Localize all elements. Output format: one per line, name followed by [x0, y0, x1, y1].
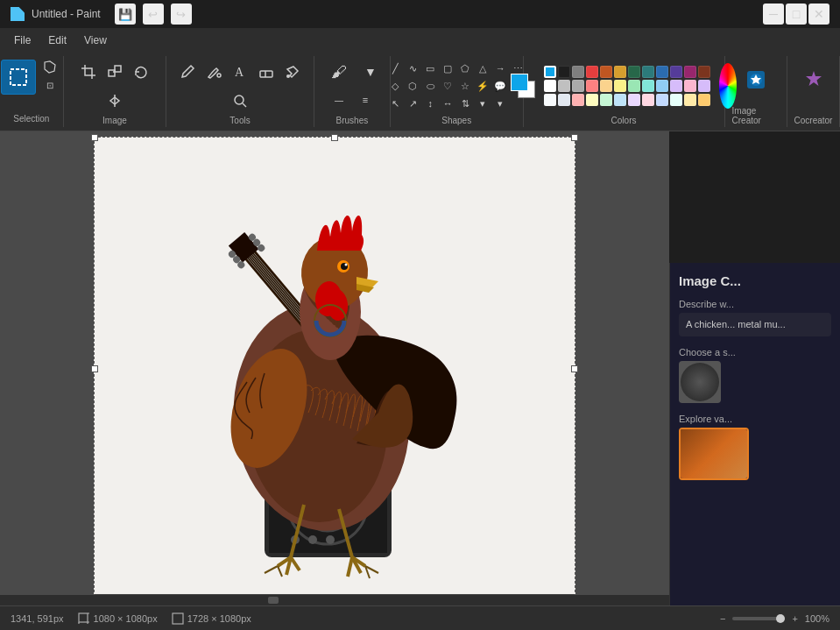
undo-button[interactable]: ↩: [143, 4, 164, 25]
star-tool[interactable]: ☆: [457, 78, 473, 94]
arrow-tool[interactable]: →: [492, 60, 508, 76]
zoom-item: − + 100%: [716, 613, 829, 624]
color-lyellow[interactable]: [614, 80, 626, 92]
rect2-tool[interactable]: ▢: [440, 60, 455, 76]
color-cream[interactable]: [586, 94, 598, 106]
close-button[interactable]: ✕: [808, 4, 829, 25]
color-lpink[interactable]: [684, 80, 696, 92]
color-lorange[interactable]: [600, 80, 612, 92]
color-sand[interactable]: [698, 94, 710, 106]
color-lred[interactable]: [586, 80, 598, 92]
crop-tool[interactable]: [76, 60, 101, 84]
color-w2[interactable]: [544, 94, 556, 106]
color-black[interactable]: [558, 66, 570, 78]
active-colors[interactable]: [511, 74, 535, 98]
shape-fill-dropdown[interactable]: ▾: [492, 96, 508, 111]
shape-row3-3[interactable]: ↕: [422, 96, 438, 111]
shape-row3-1[interactable]: ↖: [387, 96, 403, 111]
pentagon2-tool[interactable]: ⬡: [405, 78, 420, 94]
color-lgreen[interactable]: [628, 80, 640, 92]
rotate-tool[interactable]: [129, 60, 153, 84]
magnifier-tool[interactable]: [228, 88, 252, 113]
menu-edit[interactable]: Edit: [41, 32, 74, 48]
heart-tool[interactable]: ♡: [440, 78, 455, 94]
paint-canvas[interactable]: [94, 137, 575, 601]
color-mint[interactable]: [600, 94, 612, 106]
color-gray-d[interactable]: [572, 66, 584, 78]
foreground-color[interactable]: [511, 74, 528, 91]
color-lgray[interactable]: [558, 80, 570, 92]
color-blue-d[interactable]: [656, 66, 668, 78]
color-peach[interactable]: [572, 94, 584, 106]
cocreator-button[interactable]: [794, 58, 834, 102]
save-button[interactable]: 💾: [115, 4, 136, 25]
color-brown[interactable]: [698, 66, 710, 78]
menu-view[interactable]: View: [77, 32, 114, 48]
svg-rect-1: [109, 70, 115, 76]
image-creator-button[interactable]: [734, 58, 778, 102]
free-select-tool[interactable]: [38, 60, 62, 75]
color-red[interactable]: [586, 66, 598, 78]
zoom-in-btn[interactable]: +: [788, 613, 801, 624]
color-lblue[interactable]: [656, 80, 668, 92]
color-mgray[interactable]: [572, 80, 584, 92]
color-blush[interactable]: [642, 94, 654, 106]
h-scrollbar[interactable]: [0, 595, 669, 605]
flip-horizontal-tool[interactable]: [102, 88, 127, 113]
line-tool[interactable]: ╱: [387, 60, 403, 76]
color-seafoam[interactable]: [670, 94, 682, 106]
color-ice[interactable]: [614, 94, 626, 106]
shape-row3-2[interactable]: ↗: [405, 96, 420, 111]
shape-row3-5[interactable]: ⇅: [457, 96, 473, 111]
zoom-slider[interactable]: [732, 617, 785, 620]
eraser-tool[interactable]: [254, 60, 279, 84]
callout-tool[interactable]: 💬: [492, 78, 508, 94]
color-lpurple[interactable]: [670, 80, 682, 92]
brush-size-1[interactable]: —: [327, 88, 351, 112]
color-yellow-d[interactable]: [614, 66, 626, 78]
color-white[interactable]: [544, 80, 556, 92]
maximize-button[interactable]: □: [786, 4, 807, 25]
diamond-tool[interactable]: ◇: [387, 78, 403, 94]
shape-row3-4[interactable]: ↔: [440, 96, 455, 111]
oval-tool[interactable]: ⬭: [422, 78, 438, 94]
triangle-tool[interactable]: △: [475, 60, 491, 76]
lightning-tool[interactable]: ⚡: [475, 78, 491, 94]
redo-button[interactable]: ↪: [171, 4, 192, 25]
color-periwinkle[interactable]: [656, 94, 668, 106]
color-wheat[interactable]: [684, 94, 696, 106]
explore-thumbnail-1[interactable]: [679, 428, 749, 480]
tools-group: A Tools: [166, 56, 314, 127]
color-cyan[interactable]: [544, 66, 556, 78]
pentagon-tool[interactable]: ⬠: [457, 60, 473, 76]
style-thumbnail[interactable]: [679, 361, 721, 403]
fill-tool[interactable]: [201, 60, 226, 84]
color-lskyblue[interactable]: [642, 80, 654, 92]
describe-text[interactable]: A chicken... metal mu...: [679, 313, 831, 336]
pencil-tool[interactable]: [175, 60, 200, 84]
color-magenta[interactable]: [684, 66, 696, 78]
color-lavender[interactable]: [628, 94, 640, 106]
color-teal[interactable]: [642, 66, 654, 78]
color-green-d[interactable]: [628, 66, 640, 78]
canvas-wrapper: [94, 137, 575, 601]
color-purple-d[interactable]: [670, 66, 682, 78]
resize-tool[interactable]: [102, 60, 127, 84]
color-orange-d[interactable]: [600, 66, 612, 78]
zoom-out-btn[interactable]: −: [716, 613, 729, 624]
color-picker-tool[interactable]: [280, 60, 305, 84]
color-lbrown[interactable]: [698, 80, 710, 92]
text-tool[interactable]: A: [228, 60, 252, 84]
shape-outline-dropdown[interactable]: ▾: [475, 96, 491, 111]
menu-file[interactable]: File: [7, 32, 38, 48]
color-lgray2[interactable]: [558, 94, 570, 106]
curve-tool[interactable]: ∿: [405, 60, 420, 76]
brush-dropdown[interactable]: ▼: [358, 60, 383, 84]
canvas-area[interactable]: [0, 131, 669, 605]
rect-tool[interactable]: ▭: [422, 60, 438, 76]
invert-selection-tool[interactable]: ⊡: [38, 77, 62, 93]
brush-select[interactable]: 🖌: [321, 60, 356, 84]
brush-settings[interactable]: ≡: [353, 88, 378, 112]
minimize-button[interactable]: ─: [763, 4, 784, 25]
rectangular-selection-tool[interactable]: [1, 60, 36, 95]
